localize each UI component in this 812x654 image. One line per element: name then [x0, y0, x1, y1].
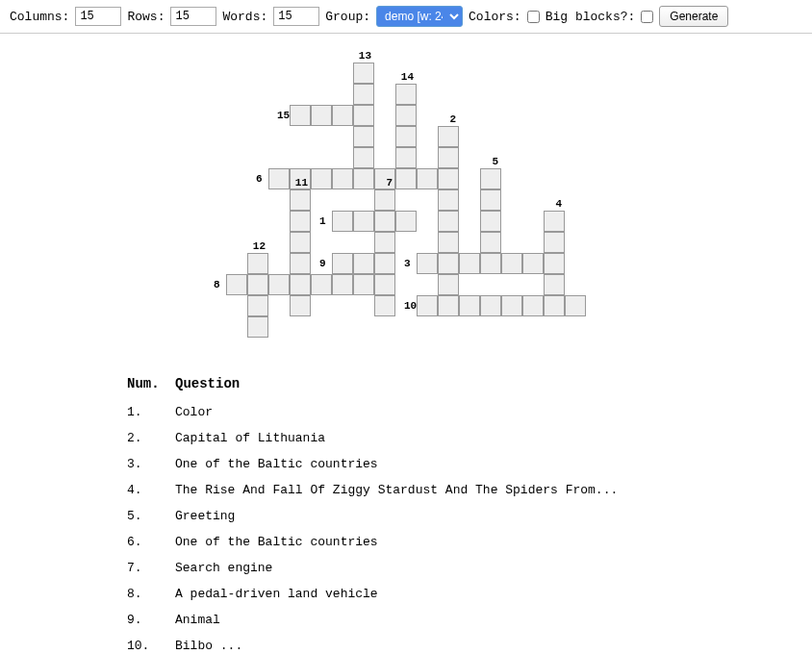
grid-cell[interactable] [544, 232, 565, 253]
grid-empty [565, 253, 586, 274]
grid-cell[interactable] [247, 316, 268, 338]
bigblocks-checkbox[interactable] [641, 11, 653, 23]
clue-text: Capital of Lithuania [175, 431, 685, 445]
clue-row: 4.The Rise And Fall Of Ziggy Stardust An… [127, 483, 685, 497]
grid-empty [417, 105, 438, 126]
grid-cell[interactable] [311, 274, 332, 295]
grid-cell[interactable]: 2 [438, 126, 459, 147]
grid-cell[interactable]: 11 [290, 189, 311, 211]
grid-cell[interactable] [438, 147, 459, 168]
grid-cell[interactable] [565, 295, 586, 316]
grid-cell[interactable] [374, 253, 395, 274]
grid-cell[interactable] [353, 147, 374, 168]
grid-cell[interactable] [332, 274, 353, 295]
grid-cell[interactable] [353, 211, 374, 232]
clue-row: 8.A pedal-driven land vehicle [127, 587, 685, 601]
words-input[interactable] [273, 7, 319, 26]
grid-cell[interactable] [395, 147, 417, 168]
grid-cell[interactable] [459, 253, 480, 274]
grid-cell[interactable] [544, 253, 565, 274]
grid-cell[interactable]: 14 [395, 84, 417, 105]
grid-cell[interactable] [544, 295, 565, 316]
grid-cell[interactable] [480, 232, 501, 253]
grid-cell[interactable] [353, 274, 374, 295]
grid-cell[interactable]: 6 [268, 168, 290, 189]
grid-cell[interactable] [290, 253, 311, 274]
grid-cell[interactable]: 5 [480, 168, 501, 189]
generate-button[interactable]: Generate [659, 6, 728, 27]
grid-empty [226, 63, 247, 84]
grid-cell[interactable] [353, 84, 374, 105]
grid-cell[interactable]: 7 [374, 189, 395, 211]
grid-cell[interactable] [311, 105, 332, 126]
grid-empty [501, 316, 522, 338]
grid-cell[interactable] [438, 295, 459, 316]
grid-empty [268, 295, 290, 316]
grid-cell[interactable]: 13 [353, 63, 374, 84]
grid-cell[interactable]: 3 [417, 253, 438, 274]
grid-empty [417, 316, 438, 338]
grid-cell[interactable] [522, 253, 544, 274]
grid-cell[interactable] [290, 295, 311, 316]
grid-empty [226, 295, 247, 316]
grid-cell[interactable] [353, 253, 374, 274]
clue-number: 10. [127, 639, 162, 653]
clue-number: 8. [127, 587, 162, 601]
grid-cell[interactable] [501, 253, 522, 274]
grid-cell[interactable] [459, 295, 480, 316]
grid-cell[interactable] [353, 105, 374, 126]
grid-cell[interactable] [544, 274, 565, 295]
grid-empty [226, 105, 247, 126]
grid-cell[interactable] [438, 232, 459, 253]
grid-empty [353, 316, 374, 338]
grid-cell[interactable] [395, 126, 417, 147]
grid-cell[interactable] [417, 168, 438, 189]
grid-cell[interactable] [353, 126, 374, 147]
grid-cell[interactable] [480, 189, 501, 211]
clue-list: 1.Color2.Capital of Lithuania3.One of th… [127, 405, 685, 654]
colors-checkbox[interactable] [527, 11, 540, 23]
grid-cell[interactable]: 12 [247, 253, 268, 274]
grid-cell[interactable] [395, 105, 417, 126]
group-select[interactable]: demo [w: 24] [376, 6, 463, 27]
grid-empty [417, 84, 438, 105]
grid-cell[interactable] [438, 211, 459, 232]
grid-cell[interactable] [438, 189, 459, 211]
rows-input[interactable] [170, 7, 216, 26]
grid-cell[interactable] [247, 295, 268, 316]
grid-cell[interactable] [247, 274, 268, 295]
bigblocks-label: Big blocks?: [546, 10, 636, 24]
grid-cell[interactable] [374, 274, 395, 295]
grid-cell[interactable]: 15 [290, 105, 311, 126]
grid-cell[interactable]: 8 [226, 274, 247, 295]
grid-cell[interactable] [290, 211, 311, 232]
grid-empty [247, 63, 268, 84]
grid-cell[interactable] [290, 232, 311, 253]
grid-cell[interactable] [395, 211, 417, 232]
grid-cell[interactable]: 10 [417, 295, 438, 316]
grid-cell[interactable] [332, 105, 353, 126]
grid-cell[interactable] [522, 295, 544, 316]
grid-cell[interactable] [501, 295, 522, 316]
grid-cell[interactable] [332, 168, 353, 189]
grid-cell[interactable] [480, 295, 501, 316]
grid-cell[interactable] [290, 274, 311, 295]
grid-cell[interactable] [480, 253, 501, 274]
grid-cell[interactable] [268, 274, 290, 295]
grid-cell[interactable] [311, 168, 332, 189]
grid-cell[interactable] [374, 211, 395, 232]
grid-cell[interactable]: 9 [332, 253, 353, 274]
grid-cell[interactable] [438, 274, 459, 295]
grid-cell[interactable]: 4 [544, 211, 565, 232]
grid-cell[interactable] [438, 253, 459, 274]
grid-empty [501, 84, 522, 105]
grid-cell[interactable] [374, 295, 395, 316]
grid-cell[interactable]: 1 [332, 211, 353, 232]
grid-empty [353, 295, 374, 316]
columns-input[interactable] [75, 7, 121, 26]
grid-cell[interactable] [353, 168, 374, 189]
grid-cell[interactable] [480, 211, 501, 232]
grid-cell[interactable] [395, 168, 417, 189]
grid-cell[interactable] [438, 168, 459, 189]
grid-cell[interactable] [374, 232, 395, 253]
